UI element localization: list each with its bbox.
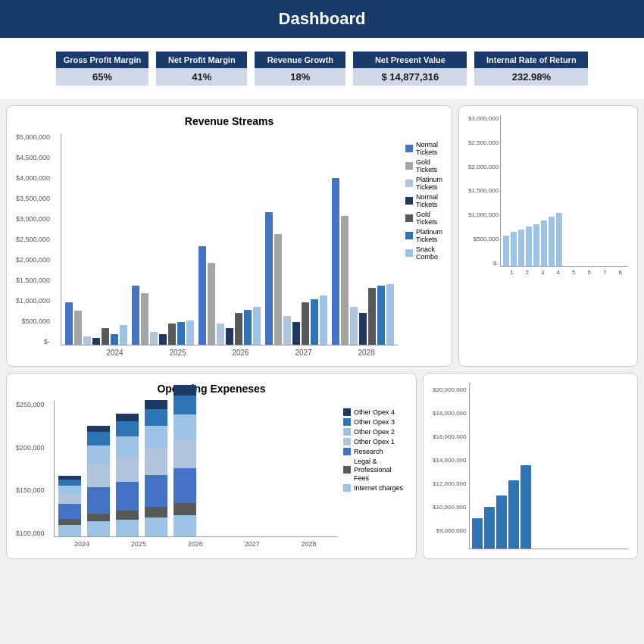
- right-top-x-labels: 1 2 3 4 5 6 7 8: [500, 269, 628, 276]
- right-top-bars-wrapper: 1 2 3 4 5 6 7 8: [500, 115, 628, 327]
- right-top-chart-inner: $3,000,000 $2,500,000 $2,000,000 $1,500,…: [468, 115, 628, 327]
- header-title: Dashboard: [279, 9, 366, 28]
- bar-2025-6: [177, 322, 185, 345]
- right-bottom-panel: $20,000,000 $18,000,000 $16,000,000 $14,…: [423, 373, 638, 559]
- seg-2024-opex2: [58, 486, 81, 495]
- opex-bar-2028: [174, 385, 196, 536]
- kpi-row: Gross Profit Margin 65% Net Profit Margi…: [0, 38, 644, 99]
- bar-2027-2: [274, 234, 282, 345]
- mini-bar-3: [518, 230, 524, 266]
- legend-opex4: Other Opex 4: [343, 408, 407, 416]
- rb-bar-4: [508, 480, 519, 549]
- bar-2026-7: [253, 307, 261, 345]
- legend-color-opex1: [343, 438, 351, 445]
- bar-2025-2: [141, 293, 148, 345]
- legend-color-research: [343, 448, 351, 455]
- bar-2027-4: [292, 322, 300, 345]
- seg-2024-opex3: [58, 480, 81, 486]
- legend-legal: Legal & Professional Fees: [343, 458, 407, 482]
- bar-2028-1: [332, 178, 339, 345]
- opex-bar-2024: [58, 476, 81, 536]
- bar-2028-4: [359, 313, 367, 345]
- year-2025-group: [132, 286, 194, 345]
- revenue-chart-title: Revenue Streams: [16, 115, 442, 127]
- opex-panel: Operating Expeneses $250,000 $200,000 $1…: [6, 373, 417, 559]
- bar-2027-1: [265, 212, 273, 345]
- seg-2027-opex4: [145, 400, 167, 409]
- kpi-gross-profit: Gross Profit Margin 65%: [56, 52, 149, 86]
- bar-2027-6: [311, 299, 318, 345]
- bar-2024-2: [74, 311, 82, 345]
- mini-bar-1: [503, 236, 509, 266]
- kpi-irr: Internal Rate of Return 232.98%: [474, 52, 588, 86]
- kpi-npv-value: $ 14,877,316: [353, 68, 467, 86]
- kpi-irr-label: Internal Rate of Return: [474, 52, 588, 68]
- mini-bar-7: [549, 217, 555, 266]
- seg-2025-opex3: [87, 432, 110, 445]
- seg-2028-internet: [174, 515, 196, 536]
- revenue-streams-panel: Revenue Streams $5,000,000 $4,500,000 $4…: [6, 105, 452, 367]
- seg-2025-research: [87, 487, 110, 514]
- seg-2024-opex1: [58, 495, 81, 504]
- seg-2024-legal: [58, 519, 81, 525]
- legend-color-gold: [405, 162, 413, 170]
- seg-2028-opex1: [174, 439, 196, 468]
- year-2024-group: [65, 302, 127, 345]
- legend-research: Research: [343, 448, 407, 455]
- kpi-gross-profit-value: 65%: [56, 68, 149, 86]
- seg-2025-opex4: [87, 426, 110, 432]
- bar-2026-6: [244, 310, 252, 345]
- opex-bars-wrapper: 2024 2025 2026 2027 2028: [54, 401, 337, 548]
- right-bottom-y-axis: $20,000,000 $18,000,000 $16,000,000 $14,…: [433, 383, 469, 534]
- legend-opex3: Other Opex 3: [343, 418, 407, 426]
- right-top-y-axis: $3,000,000 $2,500,000 $2,000,000 $1,500,…: [468, 115, 500, 267]
- opex-chart-title: Operating Expeneses: [16, 383, 407, 395]
- legend-normal-tickets-2: Normal Tickets: [405, 193, 442, 208]
- legend-normal-tickets: Normal Tickets: [405, 141, 442, 156]
- right-bottom-inner: $20,000,000 $18,000,000 $16,000,000 $14,…: [433, 383, 628, 549]
- legend-color-normal: [405, 145, 413, 152]
- bar-2028-2: [341, 216, 349, 345]
- kpi-npv-label: Net Present Value: [353, 52, 467, 68]
- kpi-revenue-growth-value: 18%: [255, 68, 345, 86]
- legend-internet: Internet charges: [343, 484, 407, 492]
- seg-2025-opex2: [87, 445, 110, 464]
- year-2027-group: [265, 212, 327, 345]
- seg-2026-internet: [116, 520, 139, 536]
- revenue-x-labels: 2024 2025 2026 2027 2028: [61, 349, 398, 357]
- bar-2028-5: [368, 288, 376, 345]
- legend-opex2: Other Opex 2: [343, 428, 407, 436]
- seg-2027-research: [145, 475, 167, 507]
- bar-2024-5: [102, 328, 109, 345]
- bar-2024-7: [120, 325, 127, 345]
- seg-2028-legal: [174, 503, 196, 515]
- bar-2024-4: [92, 338, 100, 345]
- seg-2026-legal: [116, 511, 139, 520]
- bar-2028-6: [377, 286, 385, 345]
- opex-y-axis: $250,000 $200,000 $150,000 $100,000: [16, 401, 48, 537]
- bar-2027-5: [302, 302, 309, 345]
- seg-2028-opex2: [174, 414, 196, 439]
- seg-2026-opex3: [116, 421, 139, 436]
- kpi-gross-profit-label: Gross Profit Margin: [56, 52, 149, 68]
- seg-2024-internet: [58, 525, 81, 536]
- kpi-npv: Net Present Value $ 14,877,316: [353, 52, 467, 86]
- seg-2025-opex1: [87, 464, 110, 487]
- seg-2027-legal: [145, 507, 167, 517]
- mini-bar-5: [533, 224, 539, 266]
- bar-2025-4: [159, 334, 167, 345]
- right-bottom-bars: [469, 383, 629, 549]
- bar-2024-6: [111, 334, 118, 345]
- legend-color-opex3: [343, 418, 351, 426]
- seg-2028-research: [174, 468, 196, 503]
- bar-2026-5: [235, 313, 242, 345]
- legend-color-snack: [405, 249, 413, 257]
- rb-bar-5: [521, 465, 531, 549]
- seg-2028-opex3: [174, 395, 196, 414]
- dashboard-header: Dashboard: [0, 0, 644, 38]
- kpi-net-profit-value: 41%: [156, 68, 247, 86]
- revenue-chart-wrap: $5,000,000 $4,500,000 $4,000,000 $3,500,…: [16, 133, 442, 357]
- seg-2027-internet: [145, 517, 167, 536]
- opex-stacked-bars: [54, 401, 337, 537]
- legend-color-opex2: [343, 428, 351, 436]
